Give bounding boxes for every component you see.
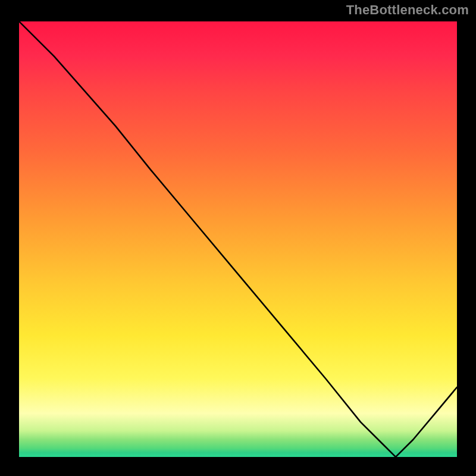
watermark-text: TheBottleneck.com [346,2,469,18]
line-series [19,21,457,457]
chart-container: TheBottleneck.com [0,0,476,476]
plot-frame [18,20,458,458]
